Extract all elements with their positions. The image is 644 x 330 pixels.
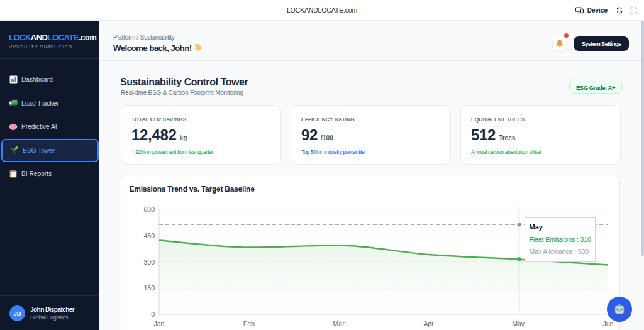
svg-text:Mar: Mar (333, 320, 345, 327)
svg-text:Jan: Jan (154, 320, 165, 327)
svg-text:Jun: Jun (603, 320, 614, 327)
svg-text:0: 0 (151, 311, 155, 318)
svg-text:150: 150 (143, 284, 155, 292)
svg-text:May: May (512, 320, 525, 327)
svg-text:Feb: Feb (243, 320, 255, 327)
svg-text:450: 450 (143, 232, 155, 239)
svg-text:Apr: Apr (423, 320, 434, 327)
svg-text:300: 300 (143, 258, 155, 266)
svg-text:600: 600 (143, 206, 155, 213)
